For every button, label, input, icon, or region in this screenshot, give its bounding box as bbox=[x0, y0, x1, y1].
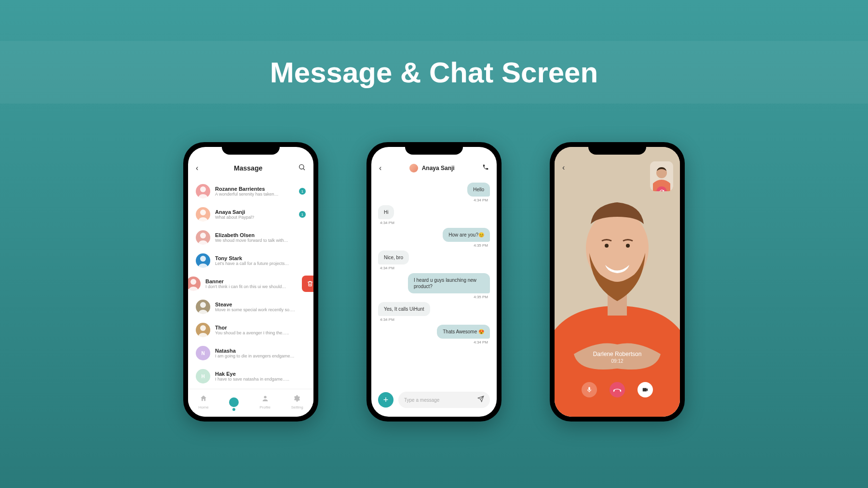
videocall-screen: ‹ Darlene Robertson 09:12 bbox=[555, 147, 680, 417]
unread-badge: 1 bbox=[299, 211, 306, 218]
list-item[interactable]: Elizabeth OlsenWe shoud move forward to … bbox=[188, 226, 313, 249]
contact-name: Hak Eye bbox=[215, 371, 306, 377]
conv-text: Hak EyeI have to save natasha in endgame… bbox=[215, 371, 306, 382]
message-input[interactable]: Type a message bbox=[398, 392, 490, 408]
contact-name: Natasha bbox=[215, 348, 306, 354]
conv-text: SteaveMove in some special work recently… bbox=[215, 302, 306, 312]
list-item[interactable]: BannerI don't think i can fit on this ui… bbox=[188, 272, 304, 295]
mic-button[interactable] bbox=[582, 382, 597, 397]
svg-line-1 bbox=[303, 169, 305, 170]
message-time: 4:34 PM bbox=[378, 317, 396, 322]
message-time: 4:34 PM bbox=[378, 221, 396, 225]
message-preview: Let's have a call for a future projects… bbox=[215, 261, 306, 266]
contact-name: Tony Stark bbox=[215, 255, 306, 261]
avatar bbox=[196, 323, 210, 337]
phone-icon[interactable] bbox=[482, 164, 489, 172]
list-item[interactable]: ThorYou shoud be a avenger I thing the….… bbox=[188, 318, 313, 342]
svg-point-7 bbox=[200, 302, 206, 308]
nav-home[interactable]: Home bbox=[198, 395, 208, 409]
svg-point-6 bbox=[190, 279, 196, 285]
self-video[interactable] bbox=[650, 161, 673, 191]
nav-chat[interactable] bbox=[229, 397, 239, 407]
avatar bbox=[196, 300, 210, 314]
contact-name: Anaya Sanji bbox=[422, 165, 455, 171]
message: Yes, It calls UiHunt4:34 PM bbox=[378, 302, 490, 322]
page-title: Message & Chat Screen bbox=[270, 56, 598, 89]
add-button[interactable]: + bbox=[378, 392, 393, 408]
list-item[interactable]: Rozanne BarrientesA wonderful serenity h… bbox=[188, 180, 313, 203]
nav-settings[interactable]: Setting bbox=[291, 395, 303, 409]
message-preview: I have to save natasha in endgame….. bbox=[215, 377, 306, 382]
messages-screen: ‹ Massage Rozanne BarrientesA wonderful … bbox=[188, 147, 313, 417]
chat-screen: ‹ Anaya Sanji Hello4:34 PMHi4:34 PMHow a… bbox=[371, 147, 497, 417]
message-preview: A wonderful serenity has taken… bbox=[215, 192, 299, 197]
message: Hello4:34 PM bbox=[378, 183, 490, 202]
message-time: 4:34 PM bbox=[472, 198, 490, 202]
nav-profile[interactable]: Profile bbox=[259, 395, 271, 409]
message: Nice, bro4:34 PM bbox=[378, 251, 490, 270]
phone-videocall: ‹ Darlene Robertson 09:12 bbox=[550, 142, 685, 422]
phone-notch bbox=[588, 142, 646, 155]
call-controls bbox=[555, 382, 680, 397]
message-bubble: Hi bbox=[378, 205, 394, 219]
conv-text: Rozanne BarrientesA wonderful serenity h… bbox=[215, 186, 299, 197]
messages-title: Massage bbox=[234, 164, 262, 172]
message-time: 4:34 PM bbox=[378, 266, 396, 270]
svg-point-8 bbox=[200, 325, 206, 331]
home-icon bbox=[198, 395, 208, 404]
list-item[interactable]: Anaya SanjiWhat about Paypal?1 bbox=[188, 203, 313, 226]
contact-name: Steave bbox=[215, 302, 306, 307]
conv-text: BannerI don't think i can fit on this ui… bbox=[205, 278, 296, 289]
call-duration: 09:12 bbox=[555, 358, 680, 364]
svg-point-2 bbox=[200, 186, 206, 192]
back-icon[interactable]: ‹ bbox=[562, 163, 565, 172]
end-call-button[interactable] bbox=[610, 382, 625, 397]
search-icon[interactable] bbox=[298, 163, 306, 173]
message-preview: I am going to die in avengers endgame… bbox=[215, 354, 306, 358]
back-icon[interactable]: ‹ bbox=[379, 164, 381, 172]
active-indicator bbox=[232, 408, 235, 411]
list-item[interactable]: NNatashaI am going to die in avengers en… bbox=[188, 342, 313, 365]
video-button[interactable] bbox=[637, 382, 653, 397]
compose-row: + Type a message bbox=[378, 392, 490, 408]
list-item[interactable]: Tony StarkLet's have a call for a future… bbox=[188, 249, 313, 272]
nav-label: Home bbox=[198, 405, 208, 409]
message: Thats Awesome 😍4:34 PM bbox=[378, 325, 490, 344]
conversations-list: Rozanne BarrientesA wonderful serenity h… bbox=[188, 176, 313, 388]
message-bubble: Thats Awesome 😍 bbox=[437, 325, 490, 339]
phone-row: ‹ Massage Rozanne BarrientesA wonderful … bbox=[0, 142, 868, 422]
avatar bbox=[196, 253, 210, 268]
list-item[interactable]: HHak EyeI have to save natasha in endgam… bbox=[188, 365, 313, 388]
conv-text: Elizabeth OlsenWe shoud move forward to … bbox=[215, 232, 306, 243]
send-icon[interactable] bbox=[477, 396, 484, 404]
avatar bbox=[196, 230, 210, 245]
back-icon[interactable]: ‹ bbox=[196, 164, 198, 172]
avatar: N bbox=[196, 346, 210, 360]
avatar bbox=[196, 207, 210, 222]
chat-contact[interactable]: Anaya Sanji bbox=[409, 164, 455, 172]
conv-text: Anaya SanjiWhat about Paypal? bbox=[215, 209, 299, 220]
contact-name: Elizabeth Olsen bbox=[215, 232, 306, 238]
conv-text: Tony StarkLet's have a call for a future… bbox=[215, 255, 306, 266]
message-bubble: Yes, It calls UiHunt bbox=[378, 302, 430, 316]
phone-notch bbox=[405, 142, 463, 155]
svg-point-14 bbox=[605, 244, 609, 248]
message: Hi4:34 PM bbox=[378, 205, 490, 225]
delete-button[interactable] bbox=[302, 276, 313, 292]
list-item[interactable]: SteaveMove in some special work recently… bbox=[188, 295, 313, 318]
message-time: 4:34 PM bbox=[472, 340, 490, 344]
contact-name: Banner bbox=[205, 278, 296, 284]
conv-text: ThorYou shoud be a avenger I thing the….… bbox=[215, 325, 306, 335]
contact-name: Thor bbox=[215, 325, 306, 330]
phone-chat: ‹ Anaya Sanji Hello4:34 PMHi4:34 PMHow a… bbox=[366, 142, 502, 422]
message-preview: What about Paypal? bbox=[215, 215, 299, 220]
bottom-nav: Home Profile Setting bbox=[188, 389, 313, 417]
nav-label: Profile bbox=[259, 405, 271, 409]
avatar bbox=[409, 164, 418, 172]
message-preview: We shoud move forward to talk with… bbox=[215, 238, 306, 243]
message-preview: I don't think i can fit on this ui we sh… bbox=[205, 284, 296, 289]
message: I heard u guys launching new product?4:3… bbox=[378, 273, 490, 299]
avatar bbox=[188, 277, 201, 291]
svg-point-15 bbox=[626, 244, 630, 248]
conv-text: NatashaI am going to die in avengers end… bbox=[215, 348, 306, 358]
